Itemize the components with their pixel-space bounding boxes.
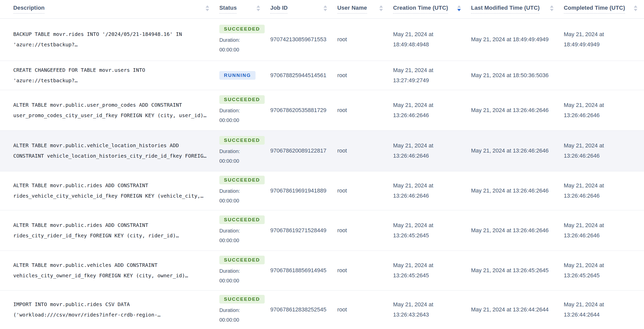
column-header-creation-time-label[interactable]: Creation Time (UTC) (393, 5, 448, 13)
job-description-link[interactable]: ALTER TABLE movr.public.user_promo_codes… (13, 100, 212, 121)
completed-time: May 21, 2024 at 13:26:46:2646 (564, 141, 610, 161)
table-row: ALTER TABLE movr.public.rides ADD CONSTR… (0, 171, 644, 210)
user-name: root (337, 225, 393, 236)
duration-label: Duration: (219, 35, 270, 45)
creation-time: May 21, 2024 at 13:26:43:2643 (393, 299, 439, 320)
column-header-user-name-label[interactable]: User Name (337, 5, 367, 13)
job-description-link[interactable]: IMPORT INTO movr.public.rides CSV DATA (… (13, 299, 212, 320)
job-description-link[interactable]: ALTER TABLE movr.public.rides ADD CONSTR… (13, 180, 212, 201)
status-badge: SUCCEEDED (219, 136, 265, 145)
duration-label: Duration: (219, 146, 270, 156)
last-modified-time: May 21, 2024 at 13:26:45:2645 (471, 265, 564, 276)
job-description-link[interactable]: BACKUP TABLE movr.rides INTO '/2024/05/2… (13, 29, 212, 50)
last-modified-time: May 21, 2024 at 13:26:46:2646 (471, 105, 564, 115)
last-modified-time: May 21, 2024 at 18:49:49:4949 (471, 34, 564, 45)
column-header-description: Description (0, 0, 219, 18)
status-badge: SUCCEEDED (219, 215, 265, 224)
sort-down-arrow-icon (457, 9, 461, 11)
sort-icon[interactable] (550, 5, 554, 11)
sort-up-arrow-icon (457, 5, 461, 8)
table-row-highlighted: ALTER TABLE movr.public.vehicle_location… (0, 130, 644, 171)
sort-down-arrow-icon (550, 9, 554, 11)
status-badge: RUNNING (219, 71, 256, 80)
column-header-status-label[interactable]: Status (219, 5, 237, 13)
sort-icon[interactable] (379, 5, 383, 11)
job-id: 970678825944514561 (270, 70, 337, 80)
job-id: 970678618856914945 (270, 265, 337, 276)
sort-icon[interactable] (257, 5, 260, 11)
sort-up-arrow-icon (257, 5, 260, 8)
duration-label: Duration: (219, 186, 270, 196)
sort-up-arrow-icon (206, 5, 209, 8)
sort-down-arrow-icon (324, 9, 327, 11)
creation-time: May 21, 2024 at 13:26:45:2645 (393, 260, 439, 281)
last-modified-time: May 21, 2024 at 13:26:46:2646 (471, 225, 564, 236)
user-name: root (337, 70, 393, 80)
sort-down-arrow-icon (206, 9, 209, 11)
duration-value: 00:00:00 (219, 156, 270, 166)
status-badge: SUCCEEDED (219, 25, 265, 33)
column-header-completed-time-label[interactable]: Completed Time (UTC) (564, 5, 625, 13)
status-badge: SUCCEEDED (219, 256, 265, 264)
sort-down-arrow-icon (257, 9, 260, 11)
creation-time: May 21, 2024 at 13:26:46:2646 (393, 141, 439, 161)
column-header-description-label[interactable]: Description (13, 5, 45, 13)
table-row: ALTER TABLE movr.public.vehicles ADD CON… (0, 251, 644, 290)
job-id: 970678612838252545 (270, 305, 337, 315)
column-header-user-name: User Name (337, 0, 393, 18)
creation-time: May 21, 2024 at 13:26:46:2646 (393, 100, 439, 120)
job-description-link[interactable]: ALTER TABLE movr.public.vehicle_location… (13, 140, 212, 161)
duration-value: 00:00:00 (219, 315, 270, 325)
last-modified-time: May 21, 2024 at 13:26:46:2646 (471, 146, 564, 156)
job-id: 970678619271528449 (270, 225, 337, 236)
jobs-table-header: Description Status Job ID User Name (0, 0, 644, 18)
user-name: root (337, 265, 393, 276)
last-modified-time: May 21, 2024 at 13:26:44:2644 (471, 305, 564, 315)
column-header-job-id-label[interactable]: Job ID (270, 5, 288, 13)
status-badge: SUCCEEDED (219, 95, 265, 104)
duration-label: Duration: (219, 266, 270, 276)
creation-time: May 21, 2024 at 13:26:46:2646 (393, 181, 439, 201)
job-description-link[interactable]: CREATE CHANGEFEED FOR TABLE movr.users I… (13, 65, 212, 86)
sort-icon[interactable] (634, 5, 637, 11)
completed-time: May 21, 2024 at 13:26:46:2646 (564, 181, 610, 201)
user-name: root (337, 105, 393, 115)
duration-value: 00:00:00 (219, 115, 270, 125)
column-header-last-modified-time-label[interactable]: Last Modified Time (UTC) (471, 5, 540, 13)
table-row: CREATE CHANGEFEED FOR TABLE movr.users I… (0, 61, 644, 90)
user-name: root (337, 146, 393, 156)
creation-time: May 21, 2024 at 13:27:49:2749 (393, 65, 439, 86)
job-description-link[interactable]: ALTER TABLE movr.public.vehicles ADD CON… (13, 260, 212, 281)
sort-icon[interactable] (206, 5, 209, 11)
job-id: 970678619691941889 (270, 186, 337, 196)
user-name: root (337, 305, 393, 315)
column-header-status: Status (219, 0, 270, 18)
column-header-job-id: Job ID (270, 0, 337, 18)
job-description-link[interactable]: ALTER TABLE movr.public.rides ADD CONSTR… (13, 220, 212, 241)
job-id: 970678620535881729 (270, 105, 337, 115)
last-modified-time: May 21, 2024 at 18:50:36:5036 (471, 70, 564, 80)
duration-value: 00:00:00 (219, 45, 270, 54)
sort-down-arrow-icon (634, 9, 637, 11)
sort-icon-active-desc[interactable] (457, 5, 461, 11)
creation-time: May 21, 2024 at 13:26:45:2645 (393, 220, 439, 241)
table-row: BACKUP TABLE movr.rides INTO '/2024/05/2… (0, 18, 644, 61)
duration-value: 00:00:00 (219, 276, 270, 285)
sort-up-arrow-icon (324, 5, 327, 8)
sort-icon[interactable] (324, 5, 327, 11)
user-name: root (337, 186, 393, 196)
status-badge: SUCCEEDED (219, 295, 265, 304)
completed-time: May 21, 2024 at 13:26:44:2644 (564, 299, 610, 320)
jobs-table: Description Status Job ID User Name (0, 0, 644, 329)
sort-up-arrow-icon (550, 5, 554, 8)
user-name: root (337, 34, 393, 45)
sort-up-arrow-icon (634, 5, 637, 8)
duration-label: Duration: (219, 226, 270, 236)
table-row: ALTER TABLE movr.public.rides ADD CONSTR… (0, 210, 644, 251)
duration-label: Duration: (219, 305, 270, 315)
duration-label: Duration: (219, 106, 270, 115)
job-id: 970742130859671553 (270, 34, 337, 45)
sort-up-arrow-icon (379, 5, 383, 8)
column-header-last-modified-time: Last Modified Time (UTC) (471, 0, 564, 18)
sort-down-arrow-icon (379, 9, 383, 11)
